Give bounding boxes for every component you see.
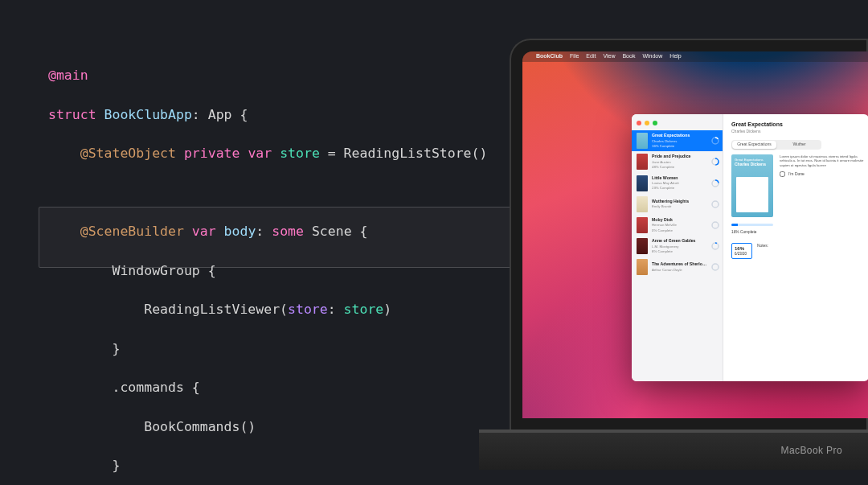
minimize-button[interactable] [645,121,649,125]
book-progress-label: 23% Complete [652,186,707,191]
code-text: Scene { [312,224,368,239]
list-item[interactable]: The Adventures of Sherlock HolmesArthur … [632,257,723,277]
code-text: } [112,341,120,356]
code-func: ReadingListViewer( [144,302,288,317]
laptop-base: MacBook Pro [479,433,868,470]
list-item[interactable]: Anne of Green GablesL.M. Montgomery8% Co… [632,236,723,257]
code-text: WindowGroup { [112,263,215,278]
code-text: } [112,458,120,473]
detail-cover: Great Expectations Charles Dickens [731,154,773,217]
code-editor: @main struct BookClubApp: App { @StateOb… [48,47,487,485]
code-keyword: var [248,146,272,161]
list-item[interactable]: Wuthering HeightsEmily Brontë [632,194,723,215]
list-item[interactable]: Moby DickHerman Melville0% Complete [632,215,723,236]
progress-bar[interactable] [731,224,773,226]
book-author: Emily Brontë [652,204,707,209]
menu-view[interactable]: View [603,52,615,60]
book-progress-label: 48% Complete [652,165,707,170]
book-title: Great Expectations [652,133,707,139]
code-text: = ReadingListStore() [320,146,488,161]
code-typename: BookClubApp [104,107,192,122]
detail-description: Lorem ipsum dolor sit maximus viverra in… [780,154,868,168]
svg-point-12 [712,264,719,270]
book-title: Little Women [652,175,707,182]
notes-label: Notes: [757,243,768,259]
svg-point-6 [712,201,719,208]
cover-small-title: Great Expectations [735,158,764,162]
book-meta: Wuthering HeightsEmily Brontë [652,199,707,210]
menu-file[interactable]: File [570,52,579,60]
menu-window[interactable]: Window [642,52,662,60]
book-cover-thumb [637,238,648,254]
sidebar: Great ExpectationsCharles Dickens16% Com… [632,114,723,381]
im-done-label: I'm Done [788,171,805,177]
book-cover-thumb [637,259,648,275]
menu-help[interactable]: Help [669,52,681,60]
list-item[interactable]: Little WomenLouisa May Alcott23% Complet… [632,173,723,194]
im-done-checkbox[interactable] [780,171,785,177]
book-title: Wuthering Heights [652,199,707,205]
notes-pct: 16% [735,245,749,253]
code-arglabel: store [288,302,328,317]
detail-title: Great Expectations [731,121,868,129]
menu-book[interactable]: Book [622,52,635,60]
menu-edit[interactable]: Edit [586,52,596,60]
tab-wuthering[interactable]: Wuther [777,140,821,150]
book-cover-thumb [637,196,648,212]
book-title: Pride and Prejudice [652,154,707,160]
window-traffic-lights[interactable] [632,119,723,130]
code-text: ) [383,302,391,317]
book-meta: Little WomenLouisa May Alcott23% Complet… [652,175,707,191]
code-text: : App { [192,107,248,122]
progress-ring-icon [711,137,719,145]
book-author: Arthur Conan Doyle [652,268,707,273]
progress-ring-icon [711,158,719,166]
list-item[interactable]: Great ExpectationsCharles Dickens16% Com… [632,130,723,151]
book-cover-thumb [637,217,648,233]
book-cover-thumb [637,175,648,191]
tab-great-expectations[interactable]: Great Expectations [732,141,776,149]
cover-illustration [736,177,768,212]
code-var: body [224,224,256,239]
close-button[interactable] [637,121,641,125]
detail-pane: Great Expectations Charles Dickens Great… [723,114,868,381]
book-meta: The Adventures of Sherlock HolmesArthur … [652,261,707,273]
desktop-screen: BookClub File Edit View Book Window Help… [522,51,868,418]
book-list: Great ExpectationsCharles Dickens16% Com… [632,130,723,277]
zoom-button[interactable] [653,121,657,125]
book-title: Moby Dick [652,217,707,224]
book-title: The Adventures of Sherlock Holmes [652,261,707,268]
bookclub-window[interactable]: Great ExpectationsCharles Dickens16% Com… [632,114,868,381]
svg-point-10 [712,243,719,249]
code-attribute: @StateObject [80,146,176,161]
code-keyword: struct [48,107,96,122]
macos-menubar[interactable]: BookClub File Edit View Book Window Help [522,51,868,62]
segmented-control[interactable]: Great Expectations Wuther [731,140,821,150]
code-text: : [256,224,272,239]
code-keyword: var [192,224,216,239]
progress-ring-icon [711,263,719,271]
book-meta: Anne of Green GablesL.M. Montgomery8% Co… [652,238,707,254]
progress-ring-icon [711,179,719,187]
code-keyword: some [272,224,304,239]
progress-label: 16% Complete [731,229,868,235]
notes-summary-box[interactable]: 16% 6/23/20 [731,243,752,259]
list-item[interactable]: Pride and PrejudiceJane Austen48% Comple… [632,151,723,172]
code-argvalue: store [344,302,384,317]
book-progress-label: 16% Complete [652,144,707,149]
code-attribute: @main [48,68,88,83]
code-attribute: @SceneBuilder [80,224,184,239]
code-keyword: private [184,146,240,161]
progress-fill [731,224,738,226]
book-progress-label: 8% Complete [652,249,707,254]
progress-ring-icon [711,221,719,229]
book-meta: Moby DickHerman Melville0% Complete [652,217,707,233]
code-text: .commands { [112,380,199,395]
menubar-app-name[interactable]: BookClub [536,52,563,60]
screen-bezel: BookClub File Edit View Book Window Help… [510,39,868,431]
code-var: store [280,146,320,161]
book-cover-thumb [637,133,648,149]
progress-ring-icon [711,200,719,208]
book-cover-thumb [637,154,648,170]
book-title: Anne of Green Gables [652,238,707,245]
